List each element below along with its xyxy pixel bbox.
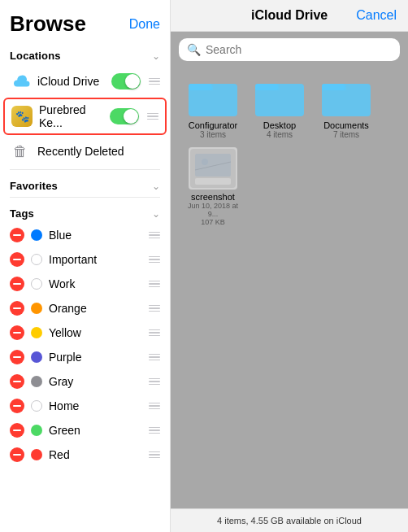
footer-status: 4 items, 4.55 GB available on iCloud bbox=[171, 508, 408, 532]
file-name-desktop: Desktop bbox=[263, 120, 296, 130]
tag-dot-home bbox=[31, 400, 42, 412]
purebred-icon: 🐾 bbox=[11, 106, 33, 127]
location-item-recently-deleted[interactable]: 🗑 Recently Deleted bbox=[0, 135, 170, 168]
tag-label-work: Work bbox=[49, 277, 145, 290]
file-item-configurator[interactable]: Configurator3 items bbox=[184, 76, 242, 139]
tag-dot-yellow bbox=[31, 327, 42, 338]
file-count-configurator: 3 items bbox=[200, 130, 226, 139]
divider-2 bbox=[10, 197, 160, 198]
tag-dot-purple bbox=[31, 351, 42, 363]
tag-minus-home[interactable] bbox=[10, 399, 24, 413]
tag-drag-handle-red bbox=[149, 451, 160, 459]
purebred-toggle[interactable] bbox=[110, 108, 139, 124]
trash-icon: 🗑 bbox=[10, 141, 31, 162]
tag-minus-green[interactable] bbox=[10, 423, 24, 438]
files-grid: Configurator3 items Desktop4 items Docum… bbox=[171, 68, 408, 234]
icloud-toggle[interactable] bbox=[111, 73, 141, 89]
locations-label: Locations bbox=[10, 50, 61, 62]
tag-item-work[interactable]: Work bbox=[0, 272, 170, 296]
search-input[interactable] bbox=[206, 43, 392, 56]
tag-minus-red[interactable] bbox=[10, 447, 24, 462]
cancel-button[interactable]: Cancel bbox=[356, 8, 397, 23]
tag-minus-yellow[interactable] bbox=[10, 325, 24, 340]
folder-icon-documents bbox=[322, 76, 371, 118]
left-panel: Browse Done Locations ⌄ iCloud Drive 🐾 P… bbox=[0, 0, 171, 532]
icloud-label: iCloud Drive bbox=[37, 75, 111, 88]
file-thumb-screenshot bbox=[189, 147, 237, 190]
favorites-section-header: Favorites ⌄ bbox=[0, 172, 170, 195]
tag-label-blue: Blue bbox=[49, 229, 145, 242]
tag-dot-red bbox=[31, 449, 42, 460]
tag-minus-gray[interactable] bbox=[10, 374, 24, 389]
right-header: iCloud Drive Cancel bbox=[171, 0, 408, 32]
tag-minus-blue[interactable] bbox=[10, 228, 24, 242]
tag-item-yellow[interactable]: Yellow bbox=[0, 321, 170, 345]
tag-minus-important[interactable] bbox=[10, 252, 24, 267]
tag-label-green: Green bbox=[49, 424, 145, 437]
tag-label-red: Red bbox=[49, 448, 145, 461]
file-name-screenshot: screenshot bbox=[191, 192, 235, 202]
tag-minus-orange[interactable] bbox=[10, 301, 24, 316]
file-count-desktop: 4 items bbox=[267, 130, 293, 139]
recently-deleted-label: Recently Deleted bbox=[37, 145, 160, 158]
search-bar[interactable]: 🔍 bbox=[179, 38, 400, 61]
tag-label-yellow: Yellow bbox=[49, 326, 145, 339]
tag-dot-orange bbox=[31, 303, 42, 314]
folder-icon-desktop bbox=[255, 76, 304, 118]
tag-item-orange[interactable]: Orange bbox=[0, 296, 170, 321]
icloud-icon bbox=[10, 71, 31, 92]
tag-drag-handle-work bbox=[149, 281, 160, 288]
location-item-icloud[interactable]: iCloud Drive bbox=[0, 65, 170, 98]
favorites-chevron-icon: ⌄ bbox=[152, 181, 160, 192]
locations-section-header: Locations ⌄ bbox=[0, 41, 170, 65]
svg-rect-7 bbox=[195, 154, 231, 177]
file-name-documents: Documents bbox=[323, 120, 369, 130]
file-item-desktop[interactable]: Desktop4 items bbox=[250, 76, 309, 139]
tag-drag-handle-yellow bbox=[149, 329, 160, 337]
tag-label-gray: Gray bbox=[49, 375, 145, 388]
tag-drag-handle-purple bbox=[149, 354, 160, 361]
tag-dot-green bbox=[31, 425, 42, 436]
location-item-purebred[interactable]: 🐾 Purebred Ke... bbox=[3, 98, 167, 135]
browse-title: Browse bbox=[10, 11, 86, 37]
tag-item-important[interactable]: Important bbox=[0, 247, 170, 272]
file-count-documents: 7 items bbox=[333, 130, 359, 139]
tag-item-blue[interactable]: Blue bbox=[0, 223, 170, 247]
tag-label-home: Home bbox=[49, 399, 145, 412]
search-icon: 🔍 bbox=[187, 43, 201, 56]
file-name-configurator: Configurator bbox=[189, 120, 238, 130]
tag-label-purple: Purple bbox=[49, 351, 145, 364]
tag-item-home[interactable]: Home bbox=[0, 394, 170, 418]
tag-dot-important bbox=[31, 254, 42, 265]
tag-drag-handle-blue bbox=[149, 232, 160, 239]
purebred-label: Purebred Ke... bbox=[39, 103, 110, 129]
tag-drag-handle-gray bbox=[149, 378, 160, 386]
file-item-documents[interactable]: Documents7 items bbox=[317, 76, 375, 139]
file-size-screenshot: 107 KB bbox=[201, 218, 225, 226]
tag-minus-purple[interactable] bbox=[10, 350, 24, 364]
tag-item-red[interactable]: Red bbox=[0, 443, 170, 467]
tag-item-gray[interactable]: Gray bbox=[0, 369, 170, 394]
tags-chevron-icon: ⌄ bbox=[152, 208, 160, 220]
svg-rect-8 bbox=[195, 178, 231, 185]
tag-dot-work bbox=[31, 278, 42, 290]
file-item-screenshot[interactable]: screenshotJun 10, 2018 at 9...107 KB bbox=[184, 147, 242, 226]
tag-label-important: Important bbox=[49, 253, 145, 266]
left-header: Browse Done bbox=[0, 0, 170, 41]
tag-item-purple[interactable]: Purple bbox=[0, 345, 170, 369]
tag-label-orange: Orange bbox=[49, 302, 145, 315]
tags-section-header: Tags ⌄ bbox=[0, 199, 170, 223]
folder-icon-configurator bbox=[189, 76, 237, 118]
tag-minus-work[interactable] bbox=[10, 277, 24, 291]
divider-1 bbox=[10, 169, 160, 170]
tag-drag-handle-green bbox=[149, 427, 160, 434]
locations-chevron-icon: ⌄ bbox=[152, 50, 160, 62]
done-button[interactable]: Done bbox=[129, 17, 160, 32]
icloud-drag-handle bbox=[149, 78, 160, 85]
file-date-screenshot: Jun 10, 2018 at 9... bbox=[184, 202, 242, 218]
icloud-drive-title: iCloud Drive bbox=[251, 8, 328, 23]
tag-item-green[interactable]: Green bbox=[0, 418, 170, 443]
tag-dot-blue bbox=[31, 229, 42, 241]
tag-drag-handle-orange bbox=[149, 305, 160, 312]
tags-list: BlueImportantWorkOrangeYellowPurpleGrayH… bbox=[0, 223, 170, 467]
